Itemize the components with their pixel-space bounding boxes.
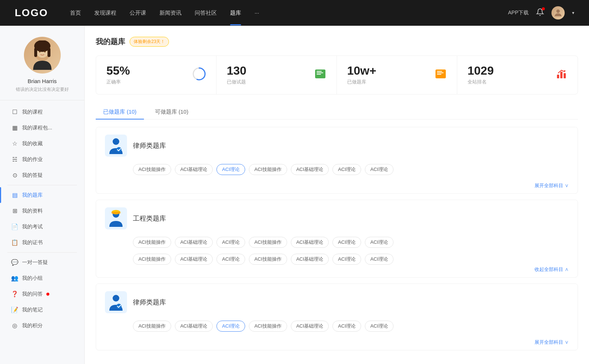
question-icon: ⊙ — [11, 172, 18, 179]
bank-section-lawyer-2: 律师类题库 ACI技能操作 ACI基础理论 ACI理论 ACI技能操作 ACI基… — [96, 283, 578, 350]
tag-e-11[interactable]: ACI基础理论 — [291, 254, 329, 265]
bank-expand-lawyer-2[interactable]: 展开全部科目 ∨ — [96, 338, 578, 350]
bank-tags-engineer-row1: ACI技能操作 ACI基础理论 ACI理论 ACI技能操作 ACI基础理论 AC… — [96, 237, 578, 254]
tag-e-6[interactable]: ACI理论 — [365, 237, 394, 248]
bank-tags-engineer-row2: ACI技能操作 ACI基础理论 ACI理论 ACI技能操作 ACI基础理论 AC… — [96, 254, 578, 265]
svg-point-7 — [44, 51, 46, 53]
tab-done[interactable]: 已做题库 (10) — [96, 105, 144, 119]
exam-icon: 📄 — [11, 223, 18, 230]
sidebar-item-one-on-one[interactable]: 💬 一对一答疑 — [0, 254, 84, 270]
nav-item-more[interactable]: ··· — [254, 10, 259, 17]
tag-l1-5[interactable]: ACI理论 — [332, 164, 361, 175]
sidebar-item-my-qa[interactable]: ❓ 我的问答 — [0, 286, 84, 302]
svg-rect-17 — [437, 74, 441, 75]
tag-e-3[interactable]: ACI技能操作 — [249, 237, 287, 248]
tag-e-8[interactable]: ACI基础理论 — [175, 254, 213, 265]
bank-expand-lawyer-1[interactable]: 展开全部科目 ∨ — [96, 181, 578, 193]
tag-e-13[interactable]: ACI理论 — [365, 254, 394, 265]
svg-rect-15 — [437, 71, 442, 72]
bank-tags-lawyer-1: ACI技能操作 ACI基础理论 ACI理论 ACI技能操作 ACI基础理论 AC… — [96, 164, 578, 181]
svg-point-22 — [113, 138, 119, 145]
tag-l2-1[interactable]: ACI基础理论 — [175, 321, 213, 332]
tag-l1-0[interactable]: ACI技能操作 — [133, 164, 171, 175]
tag-l2-6[interactable]: ACI理论 — [365, 321, 394, 332]
nav-menu: 首页 发现课程 公开课 新闻资讯 问答社区 题库 ··· — [70, 10, 508, 17]
nav-item-home[interactable]: 首页 — [70, 10, 81, 17]
sidebar-divider-1 — [7, 185, 77, 185]
app-download-button[interactable]: APP下载 — [508, 10, 529, 16]
notes-icon: 📝 — [11, 306, 18, 313]
page-header: 我的题库 体验剩余23天！ — [96, 37, 578, 47]
sidebar-item-bank[interactable]: ▤ 我的题库 — [0, 187, 84, 203]
nav-item-open-courses[interactable]: 公开课 — [130, 10, 146, 17]
tag-l1-4[interactable]: ACI基础理论 — [291, 164, 329, 175]
sidebar-item-exam[interactable]: 📄 我的考试 — [0, 219, 84, 235]
logo[interactable]: LOGO — [15, 7, 48, 19]
chat-icon: 💬 — [11, 259, 18, 266]
tag-e-12[interactable]: ACI理论 — [332, 254, 361, 265]
sidebar-item-favorites[interactable]: ☆ 我的收藏 — [0, 136, 84, 151]
stat-questions-done: 130 已做试题 — [216, 56, 337, 94]
tag-l2-0[interactable]: ACI技能操作 — [133, 321, 171, 332]
sidebar-item-qa[interactable]: ⊙ 我的答疑 — [0, 167, 84, 183]
bank-collapse-engineer[interactable]: 收起全部科目 ∧ — [96, 265, 578, 277]
tag-e-5[interactable]: ACI理论 — [332, 237, 361, 248]
sidebar-item-materials[interactable]: ⊞ 我的资料 — [0, 203, 84, 219]
stat-correct-rate: 55% 正确率 — [96, 56, 216, 94]
bank-header-engineer: 工程类题库 — [96, 200, 578, 237]
stat-value-questions: 130 — [227, 65, 246, 76]
tag-e-2[interactable]: ACI理论 — [216, 237, 245, 248]
svg-point-6 — [39, 51, 40, 53]
bank-icon-lawyer-1 — [105, 135, 127, 157]
stat-rank: 1029 全站排名 — [457, 56, 578, 94]
sidebar-item-certificate[interactable]: 📋 我的证书 — [0, 235, 84, 250]
tag-l1-2[interactable]: ACI理论 — [216, 164, 245, 175]
tag-e-9[interactable]: ACI理论 — [216, 254, 245, 265]
svg-rect-26 — [112, 212, 120, 214]
tag-l1-3[interactable]: ACI技能操作 — [249, 164, 287, 175]
tab-available[interactable]: 可做题库 (10) — [148, 105, 196, 119]
nav-item-courses[interactable]: 发现课程 — [94, 10, 116, 17]
tag-l2-3[interactable]: ACI技能操作 — [249, 321, 287, 332]
tag-l1-1[interactable]: ACI基础理论 — [175, 164, 213, 175]
tag-e-10[interactable]: ACI技能操作 — [249, 254, 287, 265]
navbar: LOGO 首页 发现课程 公开课 新闻资讯 问答社区 题库 ··· APP下载 … — [0, 0, 589, 26]
sidebar-item-notes[interactable]: 📝 我的笔记 — [0, 302, 84, 318]
tag-e-7[interactable]: ACI技能操作 — [133, 254, 171, 265]
page-title: 我的题库 — [96, 37, 125, 47]
tag-l2-2[interactable]: ACI理论 — [216, 321, 245, 332]
tag-l2-5[interactable]: ACI理论 — [332, 321, 361, 332]
bank-section-engineer: 工程类题库 ACI技能操作 ACI基础理论 ACI理论 ACI技能操作 ACI基… — [96, 200, 578, 278]
main-container: Brian Harris 错误的决定比没有决定要好 ☐ 我的课程 ▦ 我的课程包… — [0, 26, 589, 364]
user-menu-chevron[interactable]: ▾ — [572, 10, 574, 15]
sidebar-item-homework[interactable]: ☵ 我的作业 — [0, 151, 84, 167]
chart-icon: ▦ — [11, 124, 18, 131]
tag-e-0[interactable]: ACI技能操作 — [133, 237, 171, 248]
sidebar-menu: ☐ 我的课程 ▦ 我的课程包... ☆ 我的收藏 ☵ 我的作业 ⊙ 我的答疑 ▤ — [0, 104, 84, 333]
points-icon: ◎ — [11, 322, 18, 329]
my-qa-icon: ❓ — [11, 290, 18, 297]
svg-rect-18 — [557, 75, 559, 78]
tag-e-4[interactable]: ACI基础理论 — [291, 237, 329, 248]
svg-point-27 — [113, 295, 119, 301]
sidebar-item-course-packages[interactable]: ▦ 我的课程包... — [0, 120, 84, 136]
qa-badge — [46, 293, 49, 296]
nav-item-news[interactable]: 新闻资讯 — [159, 10, 181, 17]
sidebar-avatar — [24, 37, 61, 74]
bank-header-lawyer-2: 律师类题库 — [96, 284, 578, 321]
bank-title-lawyer-2: 律师类题库 — [133, 298, 166, 307]
stat-label-questions: 已做试题 — [227, 79, 246, 85]
sidebar-item-points[interactable]: ◎ 我的积分 — [0, 318, 84, 333]
nav-item-qa[interactable]: 问答社区 — [195, 10, 217, 17]
document-icon: ☐ — [11, 108, 18, 115]
bank-done-icon — [435, 68, 447, 82]
avatar[interactable] — [551, 6, 565, 19]
bank-header-lawyer-1: 律师类题库 — [96, 127, 578, 164]
tag-l1-6[interactable]: ACI理论 — [365, 164, 394, 175]
tag-e-1[interactable]: ACI基础理论 — [175, 237, 213, 248]
sidebar-item-my-courses[interactable]: ☐ 我的课程 — [0, 104, 84, 120]
nav-item-bank[interactable]: 题库 — [230, 10, 241, 17]
notification-bell[interactable] — [536, 8, 544, 18]
sidebar-item-group[interactable]: 👥 我的小组 — [0, 270, 84, 286]
tag-l2-4[interactable]: ACI基础理论 — [291, 321, 329, 332]
